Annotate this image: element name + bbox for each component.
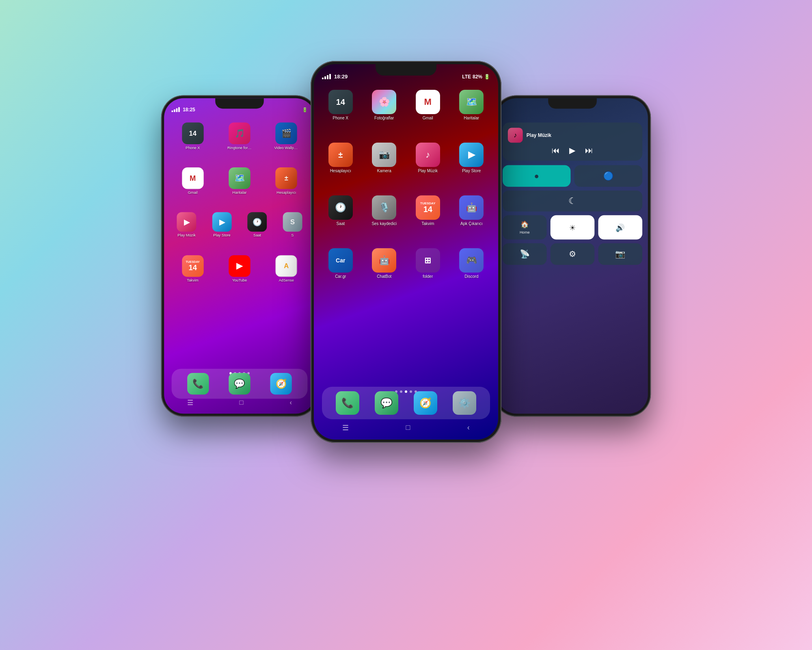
app-ringtone-label: Ringtone for ...	[227, 146, 252, 150]
center-dock-safari[interactable]: 🧭	[414, 391, 437, 415]
phone-left: 18:25 🔋 14 Phone X 🎵 Rin	[161, 95, 318, 416]
music-app-icon: ♪	[508, 128, 523, 143]
play-icon[interactable]: ▶	[569, 146, 576, 156]
settings-btn[interactable]: ⚙	[551, 243, 595, 265]
music-widget: ♪ Play Müzik ⏮ ▶ ⏭	[503, 123, 642, 161]
app-discord-center[interactable]: 🎮 Discord	[451, 248, 492, 279]
volume-icon: 🔊	[615, 223, 625, 232]
dock-safari[interactable]: 🧭	[270, 373, 292, 394]
app-phonex-label: Phone X	[186, 146, 200, 150]
center-dock-messages[interactable]: 💬	[375, 391, 398, 415]
next-icon[interactable]: ⏭	[585, 146, 593, 156]
gear-icon: ⚙	[569, 249, 576, 259]
app-store-center[interactable]: ▶ Play Store	[451, 143, 492, 173]
app-apk-center[interactable]: 🤖 Apk Çıkarıcı	[451, 195, 492, 226]
app-maps-center-label: Haritalar	[464, 116, 479, 120]
phone-right: ♪ Play Müzik ⏮ ▶ ⏭ ● 🔵 ☾	[494, 95, 651, 416]
center-dock-phone[interactable]: 📞	[336, 391, 359, 415]
music-controls: ⏮ ▶ ⏭	[508, 146, 637, 156]
app-camera-center[interactable]: 📷 Kamera	[364, 143, 405, 173]
app-calendar-left[interactable]: Tuesday 14 Takvim	[172, 255, 214, 282]
app-clock-center[interactable]: 🕐 Saat	[320, 195, 361, 226]
brightness-btn[interactable]: ☀	[551, 215, 595, 240]
app-clock-center-label: Saat	[336, 221, 345, 226]
app-ringtone[interactable]: 🎵 Ringtone for ...	[218, 123, 261, 150]
left-phone-screen: 18:25 🔋 14 Phone X 🎵 Rin	[164, 98, 315, 414]
app-s-left[interactable]: S S	[276, 212, 309, 237]
app-discord-center-label: Discord	[464, 274, 478, 279]
app-gmail-left-label: Gmail	[188, 191, 198, 195]
app-maps-center[interactable]: 🗺️ Haritalar	[451, 90, 492, 120]
nav-bar-left: ☰ □ ‹	[164, 396, 315, 409]
airplay-btn[interactable]: 📡	[503, 243, 547, 265]
center-signal-icon	[322, 74, 331, 79]
app-playmusic-left[interactable]: ▶ Play Müzik	[171, 212, 203, 237]
prev-icon[interactable]: ⏮	[552, 146, 560, 156]
nav-back[interactable]: ‹	[289, 399, 292, 406]
control-center: ♪ Play Müzik ⏮ ▶ ⏭ ● 🔵 ☾	[503, 119, 642, 395]
app-gmail-center-label: Gmail	[423, 116, 433, 120]
brightness-icon: ☀	[569, 223, 576, 232]
phones-container: 18:25 🔋 14 Phone X 🎵 Rin	[122, 41, 690, 609]
app-phonex[interactable]: 14 Phone X	[172, 123, 214, 150]
app-adsense-left[interactable]: A AdSense	[265, 255, 307, 282]
app-playstore-left-label: Play Store	[213, 233, 230, 237]
dock-messages[interactable]: 💬	[229, 373, 250, 394]
nav-home[interactable]: □	[240, 399, 244, 406]
app-calendar-left-label: Takvim	[187, 278, 199, 282]
app-maps-left-label: Haritalar	[233, 191, 247, 195]
center-nav-home[interactable]: □	[406, 423, 410, 432]
phone-center: 18:29 LTE 82% 🔋 14 Phone X	[311, 61, 501, 443]
center-messages-icon: 💬	[380, 397, 393, 409]
center-safari-icon: 🧭	[419, 397, 432, 409]
app-chatbot-center[interactable]: 🤖 ChatBot	[364, 248, 405, 279]
app-folder-center[interactable]: ⊞ folder	[408, 248, 448, 279]
bluetooth-toggle[interactable]: 🔵	[574, 165, 642, 186]
app-clock-left-label: Saat	[253, 233, 261, 237]
dnd-toggle[interactable]: ☾	[503, 191, 642, 212]
app-music-center-label: Play Müzik	[418, 169, 438, 173]
app-adsense-left-label: AdSense	[279, 278, 294, 282]
center-phone-icon: 📞	[341, 397, 354, 409]
battery-icon: 🔋	[302, 107, 308, 113]
app-cargr-center[interactable]: Car Car.gr	[320, 248, 361, 279]
app-playstore-left[interactable]: ▶ Play Store	[206, 212, 238, 237]
app-gmail-left[interactable]: M Gmail	[172, 167, 214, 195]
app-calendar-center-label: Takvim	[421, 221, 434, 226]
nav-menu[interactable]: ☰	[187, 399, 193, 407]
camera-btn[interactable]: 📷	[598, 243, 642, 265]
phone-icon: 📞	[192, 379, 204, 389]
app-maps-left[interactable]: 🗺️ Haritalar	[218, 167, 261, 195]
right-phone-screen: ♪ Play Müzik ⏮ ▶ ⏭ ● 🔵 ☾	[497, 98, 648, 414]
app-gmail-center[interactable]: M Gmail	[408, 90, 448, 120]
app-music-center[interactable]: ♪ Play Müzik	[408, 143, 448, 173]
notch	[215, 98, 264, 109]
app-clock-left[interactable]: 🕐 Saat	[241, 212, 274, 237]
right-notch	[548, 98, 597, 109]
app-videowallpaper[interactable]: 🎬 Video Wallpa...	[265, 123, 307, 150]
app-photos-center[interactable]: 🌸 Fotoğraflar	[364, 90, 405, 120]
app-calc-left[interactable]: ± Hesaplayıcı	[265, 167, 307, 195]
app-voice-center[interactable]: 🎙️ Ses kaydedici	[364, 195, 405, 226]
dock-phone[interactable]: 📞	[187, 373, 209, 394]
app-calc-center[interactable]: ± Hesaplayıcı	[320, 143, 361, 173]
center-time: 18:29	[334, 74, 348, 80]
wifi-toggle[interactable]: ●	[503, 165, 570, 186]
dock-center: 📞 💬 🧭 ⚙️	[322, 387, 490, 419]
dock-left: 📞 💬 🧭	[172, 369, 308, 399]
home-icon: 🏠	[520, 221, 529, 229]
center-settings-icon: ⚙️	[458, 397, 471, 409]
app-folder-center-label: folder	[423, 274, 433, 279]
center-nav-menu[interactable]: ☰	[342, 423, 349, 432]
center-dock-settings[interactable]: ⚙️	[453, 391, 476, 415]
app-youtube-left[interactable]: ▶ YouTube	[218, 255, 261, 282]
app-youtube-left-label: YouTube	[232, 278, 247, 282]
app-calendar-center[interactable]: Tuesday 14 Takvim	[408, 195, 448, 226]
app-calc-center-label: Hesaplayıcı	[330, 169, 351, 173]
center-nav-back[interactable]: ‹	[467, 423, 470, 432]
home-btn[interactable]: 🏠 Home	[503, 215, 547, 240]
app-playmusic-left-label: Play Müzik	[177, 233, 195, 237]
center-phone-screen: 18:29 LTE 82% 🔋 14 Phone X	[314, 64, 498, 440]
volume-btn[interactable]: 🔊	[598, 215, 642, 240]
app-phonex-center[interactable]: 14 Phone X	[320, 90, 361, 120]
